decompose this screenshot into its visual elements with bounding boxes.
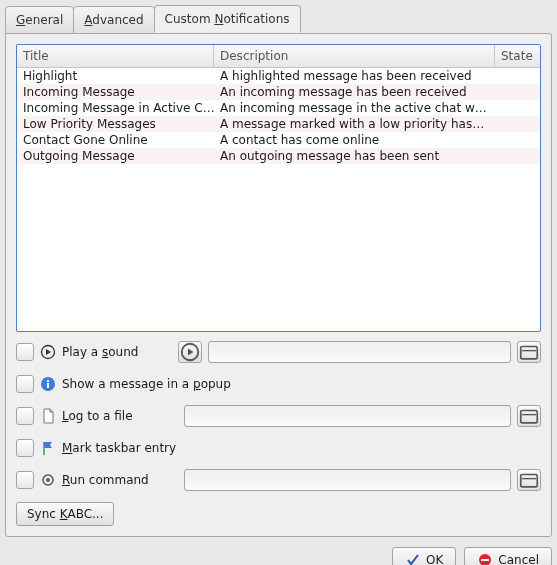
tab-advanced[interactable]: Advanced <box>73 6 154 34</box>
table-row[interactable]: Incoming Message An incoming message has… <box>17 84 540 100</box>
svg-point-10 <box>46 478 50 482</box>
svg-rect-13 <box>481 559 489 561</box>
cell-desc: A contact has come online <box>220 133 489 147</box>
cell-state <box>489 101 534 115</box>
table-row[interactable]: Contact Gone Online A contact has come o… <box>17 132 540 148</box>
show-popup-label: Show a message in a popup <box>62 377 231 391</box>
file-icon <box>40 408 56 424</box>
show-popup-checkbox[interactable] <box>16 375 34 393</box>
table-row[interactable]: Low Priority Messages A message marked w… <box>17 116 540 132</box>
option-run-command: Run command <box>16 468 541 492</box>
sound-browse-button[interactable] <box>517 341 541 363</box>
run-command-input[interactable] <box>184 469 511 491</box>
svg-rect-6 <box>47 383 49 388</box>
column-header-title[interactable]: Title <box>17 45 214 67</box>
cancel-button[interactable]: Cancel <box>464 547 552 565</box>
cell-state <box>489 117 534 131</box>
info-icon <box>40 376 56 392</box>
cell-state <box>489 149 534 163</box>
table-row[interactable]: Outgoing Message An outgoing message has… <box>17 148 540 164</box>
play-sound-label: Play a sound <box>62 345 138 359</box>
check-icon <box>405 552 421 565</box>
cell-title: Highlight <box>23 69 220 83</box>
tab-bar: General Advanced Custom Notifications <box>5 5 552 33</box>
svg-rect-11 <box>521 475 538 487</box>
cell-state <box>489 85 534 99</box>
table-row[interactable]: Highlight A highlighted message has been… <box>17 68 540 84</box>
cell-desc: An incoming message has been received <box>220 85 489 99</box>
cell-desc: An incoming message in the active chat w… <box>220 101 489 115</box>
run-browse-button[interactable] <box>517 469 541 491</box>
svg-marker-1 <box>46 349 51 355</box>
column-header-state[interactable]: State <box>495 45 540 67</box>
panel-custom-notifications: Title Description State Highlight A high… <box>5 33 552 537</box>
sound-file-input[interactable] <box>208 341 511 363</box>
dialog-footer: OK Cancel <box>5 547 552 565</box>
svg-rect-8 <box>521 411 538 423</box>
ok-button[interactable]: OK <box>392 547 456 565</box>
option-mark-taskbar: Mark taskbar entry <box>16 436 541 460</box>
cell-desc: An outgoing message has been sent <box>220 149 489 163</box>
cell-desc: A highlighted message has been received <box>220 69 489 83</box>
log-file-checkbox[interactable] <box>16 407 34 425</box>
svg-marker-3 <box>188 349 194 356</box>
option-play-sound: Play a sound <box>16 340 541 364</box>
play-sound-checkbox[interactable] <box>16 343 34 361</box>
gear-icon <box>40 472 56 488</box>
sync-kabc-button[interactable]: Sync KABC... <box>16 502 114 526</box>
option-show-popup: Show a message in a popup <box>16 372 541 396</box>
run-command-checkbox[interactable] <box>16 471 34 489</box>
play-icon <box>40 344 56 360</box>
flag-icon <box>40 440 56 456</box>
play-preview-button[interactable] <box>178 341 202 363</box>
tab-general[interactable]: General <box>5 6 74 34</box>
option-log-file: Log to a file <box>16 404 541 428</box>
run-command-label: Run command <box>62 473 178 487</box>
cell-title: Outgoing Message <box>23 149 220 163</box>
mark-taskbar-checkbox[interactable] <box>16 439 34 457</box>
mark-taskbar-label: Mark taskbar entry <box>62 441 176 455</box>
log-file-label: Log to a file <box>62 409 178 423</box>
column-header-description[interactable]: Description <box>214 45 495 67</box>
cell-title: Incoming Message <box>23 85 220 99</box>
log-file-input[interactable] <box>184 405 511 427</box>
log-browse-button[interactable] <box>517 405 541 427</box>
cell-title: Low Priority Messages <box>23 117 220 131</box>
cell-state <box>489 133 534 147</box>
cell-state <box>489 69 534 83</box>
cancel-icon <box>477 552 493 565</box>
table-row[interactable]: Incoming Message in Active Chat An incom… <box>17 100 540 116</box>
list-header: Title Description State <box>17 45 540 68</box>
tab-custom-notifications[interactable]: Custom Notifications <box>154 5 301 33</box>
notification-list[interactable]: Title Description State Highlight A high… <box>16 44 541 332</box>
cell-title: Incoming Message in Active Chat <box>23 101 220 115</box>
svg-rect-4 <box>521 347 538 359</box>
cell-desc: A message marked with a low priority has… <box>220 117 489 131</box>
cell-title: Contact Gone Online <box>23 133 220 147</box>
list-body: Highlight A highlighted message has been… <box>17 68 540 164</box>
svg-rect-7 <box>47 380 49 382</box>
